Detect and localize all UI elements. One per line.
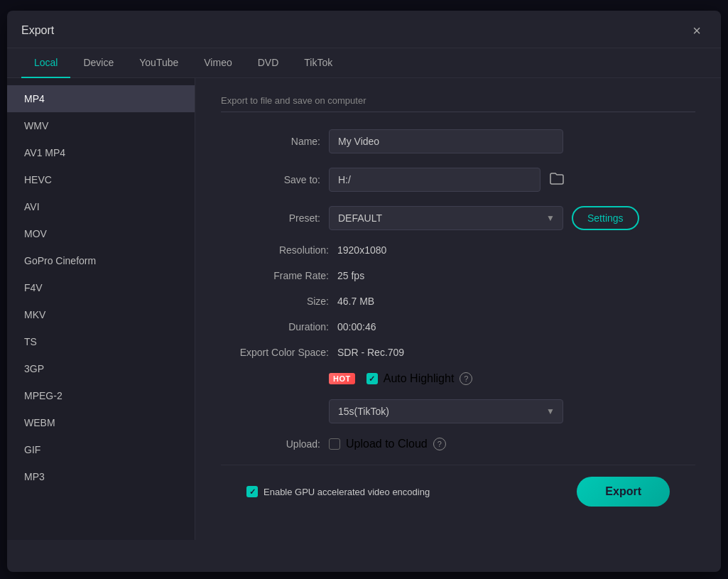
save-to-label: Save to: xyxy=(221,174,320,185)
frame-rate-value: 25 fps xyxy=(337,270,364,281)
tab-device[interactable]: Device xyxy=(70,48,126,78)
format-sidebar: MP4 WMV AV1 MP4 HEVC AVI MOV GoPro Cinef… xyxy=(7,78,195,540)
modal-body: MP4 WMV AV1 MP4 HEVC AVI MOV GoPro Cinef… xyxy=(7,78,721,540)
sidebar-item-mp3[interactable]: MP3 xyxy=(7,463,195,490)
auto-highlight-text: Auto Highlight xyxy=(384,372,455,385)
preset-label: Preset: xyxy=(221,212,320,224)
export-modal: Export × Local Device YouTube Vimeo DVD … xyxy=(7,11,721,572)
auto-highlight-controls: HOT ✓ Auto Highlight ? xyxy=(329,372,472,385)
size-row: Size: 46.7 MB xyxy=(221,296,695,307)
export-button[interactable]: Export xyxy=(577,477,670,507)
gpu-checkmark-icon: ✓ xyxy=(249,487,256,497)
tiktok-duration-row: 15s(TikTok) 30s 60s 3min ▼ xyxy=(329,399,695,423)
name-row: Name: xyxy=(221,129,695,153)
sidebar-item-av1mp4[interactable]: AV1 MP4 xyxy=(7,139,195,166)
section-title: Export to file and save on computer xyxy=(221,95,695,112)
resolution-value: 1920x1080 xyxy=(337,244,386,256)
size-value: 46.7 MB xyxy=(337,296,374,307)
preset-select-wrapper: DEFAULT High Quality Low Quality Custom … xyxy=(329,206,563,230)
auto-highlight-checkbox[interactable]: ✓ xyxy=(366,373,378,384)
preset-select[interactable]: DEFAULT High Quality Low Quality Custom xyxy=(329,206,563,230)
sidebar-item-webm[interactable]: WEBM xyxy=(7,409,195,436)
upload-controls: Upload to Cloud ? xyxy=(329,438,446,450)
checkmark-icon: ✓ xyxy=(369,374,375,384)
sidebar-item-wmv[interactable]: WMV xyxy=(7,112,195,139)
sidebar-item-mpeg2[interactable]: MPEG-2 xyxy=(7,382,195,409)
save-to-controls xyxy=(329,168,567,192)
tab-dvd[interactable]: DVD xyxy=(245,48,292,78)
modal-overlay: Export × Local Device YouTube Vimeo DVD … xyxy=(0,0,728,579)
auto-highlight-help-icon[interactable]: ? xyxy=(460,372,472,385)
duration-label: Duration: xyxy=(221,321,329,332)
sidebar-item-mkv[interactable]: MKV xyxy=(7,301,195,328)
tiktok-duration-select[interactable]: 15s(TikTok) 30s 60s 3min xyxy=(329,399,563,423)
preset-row: Preset: DEFAULT High Quality Low Quality… xyxy=(221,206,695,230)
sidebar-item-3gp[interactable]: 3GP xyxy=(7,355,195,382)
sidebar-item-mp4[interactable]: MP4 xyxy=(7,85,195,112)
tab-tiktok[interactable]: TikTok xyxy=(291,48,345,78)
upload-help-icon[interactable]: ? xyxy=(433,438,446,450)
folder-browse-button[interactable] xyxy=(546,169,567,191)
gpu-text: Enable GPU accelerated video encoding xyxy=(264,487,430,497)
color-space-row: Export Color Space: SDR - Rec.709 xyxy=(221,347,695,358)
upload-row: Upload: Upload to Cloud ? xyxy=(221,438,695,450)
upload-to-cloud-label[interactable]: Upload to Cloud xyxy=(329,438,428,450)
duration-value: 00:00:46 xyxy=(337,321,376,332)
tab-vimeo[interactable]: Vimeo xyxy=(191,48,244,78)
settings-button[interactable]: Settings xyxy=(572,206,639,230)
preset-controls: DEFAULT High Quality Low Quality Custom … xyxy=(329,206,639,230)
tab-bar: Local Device YouTube Vimeo DVD TikTok xyxy=(7,48,721,78)
size-label: Size: xyxy=(221,296,329,307)
modal-title: Export xyxy=(21,24,54,37)
close-button[interactable]: × xyxy=(687,21,707,40)
resolution-label: Resolution: xyxy=(221,244,329,256)
tab-youtube[interactable]: YouTube xyxy=(126,48,191,78)
sidebar-item-ts[interactable]: TS xyxy=(7,328,195,355)
tab-local[interactable]: Local xyxy=(21,48,70,78)
color-space-label: Export Color Space: xyxy=(221,347,329,358)
sidebar-item-mov[interactable]: MOV xyxy=(7,220,195,247)
modal-footer: ✓ Enable GPU accelerated video encoding … xyxy=(221,465,695,518)
save-to-row: Save to: xyxy=(221,168,695,192)
resolution-row: Resolution: 1920x1080 xyxy=(221,244,695,256)
gpu-checkbox[interactable]: ✓ xyxy=(246,486,258,497)
hot-badge: HOT xyxy=(329,373,355,384)
auto-highlight-label[interactable]: ✓ Auto Highlight xyxy=(366,372,455,385)
upload-label: Upload: xyxy=(221,438,320,450)
upload-to-cloud-text: Upload to Cloud xyxy=(346,438,428,450)
color-space-value: SDR - Rec.709 xyxy=(337,347,404,358)
duration-row: Duration: 00:00:46 xyxy=(221,321,695,332)
modal-header: Export × xyxy=(7,11,721,48)
sidebar-item-hevc[interactable]: HEVC xyxy=(7,166,195,193)
save-to-input[interactable] xyxy=(329,168,540,192)
tiktok-select-wrapper: 15s(TikTok) 30s 60s 3min ▼ xyxy=(329,399,563,423)
export-content: Export to file and save on computer Name… xyxy=(195,78,721,540)
sidebar-item-avi[interactable]: AVI xyxy=(7,193,195,220)
sidebar-item-f4v[interactable]: F4V xyxy=(7,274,195,301)
sidebar-item-gopro[interactable]: GoPro Cineform xyxy=(7,247,195,274)
sidebar-item-gif[interactable]: GIF xyxy=(7,436,195,463)
name-label: Name: xyxy=(221,136,320,147)
auto-highlight-row: HOT ✓ Auto Highlight ? xyxy=(221,372,695,385)
frame-rate-label: Frame Rate: xyxy=(221,270,329,281)
gpu-label[interactable]: ✓ Enable GPU accelerated video encoding xyxy=(246,486,430,497)
upload-to-cloud-checkbox[interactable] xyxy=(329,438,340,450)
name-input[interactable] xyxy=(329,129,563,153)
frame-rate-row: Frame Rate: 25 fps xyxy=(221,270,695,281)
